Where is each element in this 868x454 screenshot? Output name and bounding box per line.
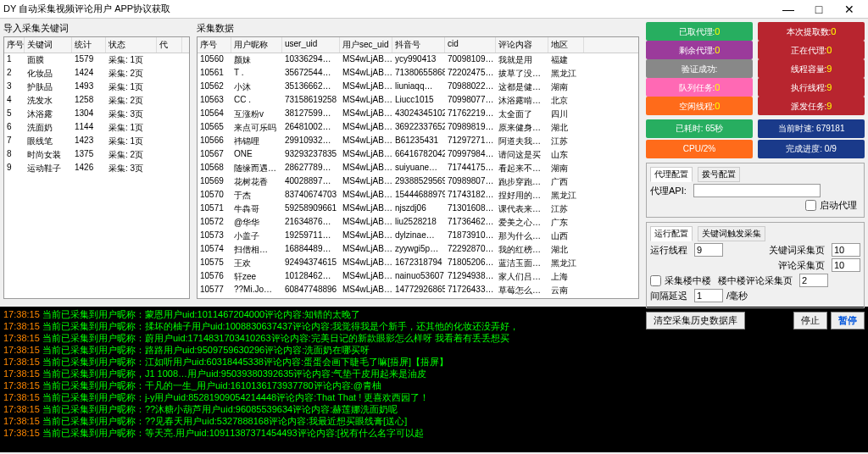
delay-label: 间隔延迟	[650, 290, 687, 302]
enable-proxy-label: 启动代理	[820, 199, 857, 212]
maximize-button[interactable]: □	[804, 3, 834, 16]
table-row[interactable]: 4洗发水1258采集: 2页	[4, 94, 189, 108]
col-header[interactable]: 序号	[198, 37, 231, 53]
pause-button[interactable]: 暂停	[831, 312, 865, 329]
table-row[interactable]: 10562小沐35136662…MS4wLjAB…liuniaqq…709880…	[198, 80, 638, 94]
col-header[interactable]: cid	[445, 37, 496, 53]
delay-input[interactable]	[694, 289, 723, 302]
table-row[interactable]: 8时尚女装1375采集: 2页	[4, 148, 189, 162]
keywords-grid[interactable]: 序号关键词统计状态代 1面膜1579采集: 1页2化妆品1424采集: 2页3护…	[3, 36, 190, 299]
col-header[interactable]: 用户sec_uid	[340, 37, 392, 53]
status-box: 线程容量:9	[758, 59, 865, 78]
table-row[interactable]: 10570于杰83740674703MS4wLjAB…1544468897971…	[198, 189, 638, 202]
floor-label: 采集楼中楼	[665, 274, 711, 287]
table-row[interactable]: 10567ONE93293237835MS4wLjAB…664167820427…	[198, 148, 638, 162]
clear-history-button[interactable]: 清空采集历史数据库	[646, 312, 745, 329]
table-row[interactable]: 10577??Mi.Jo…60847748896MS4wLjAB…1477292…	[198, 284, 638, 297]
table-row[interactable]: 10572@华华21634876…MS4wLjAB…liu25282187173…	[198, 216, 638, 230]
col-header[interactable]: 用户昵称	[231, 37, 282, 53]
proxy-api-label: 代理API:	[650, 185, 687, 197]
cpu-box: CPU/2%	[646, 140, 753, 158]
col-header[interactable]: user_uid	[282, 37, 340, 53]
table-row[interactable]: 2化妆品1424采集: 2页	[4, 67, 189, 80]
table-row[interactable]: 7眼线笔1423采集: 1页	[4, 135, 189, 148]
tab-proxy[interactable]: 代理配置	[650, 167, 693, 182]
table-row[interactable]: 3护肤品1493采集: 1页	[4, 80, 189, 94]
status-box: 验证成功:	[646, 59, 753, 78]
data-title: 采集数据	[197, 22, 639, 35]
col-header[interactable]: 地区	[548, 37, 584, 53]
table-row[interactable]: 10560颜妹10336294…MS4wLjAB…ycy990413700981…	[198, 53, 638, 67]
floor-checkbox[interactable]	[650, 275, 661, 286]
minimize-button[interactable]: —	[773, 3, 804, 16]
data-grid[interactable]: 序号用户昵称user_uid用户sec_uid抖音号cid评论内容地区 1056…	[197, 36, 639, 299]
table-row[interactable]: 10565来点可乐吗26481002…MS4wLjAB…369223376527…	[198, 121, 638, 135]
table-row[interactable]: 10569花树花香40028897…MS4wLjAB…2938852956970…	[198, 175, 638, 189]
threads-label: 运行线程	[650, 244, 687, 257]
floor-pages-label: 楼中楼评论采集页	[718, 274, 793, 287]
cm-pages-label: 评论采集页	[778, 259, 825, 272]
keywords-title: 导入采集关键词	[3, 22, 190, 35]
kw-pages-label: 关键词采集页	[769, 244, 825, 257]
table-row[interactable]: 10571牛犇哥59258909661MS4wLjAB…njszdj067130…	[198, 202, 638, 216]
close-button[interactable]: ✕	[834, 3, 865, 16]
table-row[interactable]: 5沐浴露1304采集: 3页	[4, 108, 189, 121]
proxy-config: 代理配置 拨号配置 代理API: 启动代理	[646, 163, 865, 218]
table-row[interactable]: 10561T .35672544…MS4wLjAB…71380655868722…	[198, 67, 638, 80]
table-row[interactable]: 1面膜1579采集: 1页	[4, 53, 189, 67]
status-box: 空闲线程:0	[646, 97, 753, 115]
table-row[interactable]: 10574扫僧相…16884489…MS4wLjAB…zyywgi5p…7229…	[198, 243, 638, 257]
status-box: 已取代理:0	[646, 22, 753, 41]
status-box: 剩余代理:0	[646, 41, 753, 59]
now-speed-box: 当前时速: 679181	[758, 119, 865, 138]
titlebar: DY 自动采集视频评论用户 APP协议获取 — □ ✕	[0, 0, 868, 19]
col-header[interactable]: 评论内容	[496, 37, 548, 53]
run-config: 运行配置 关键词触发采集 运行线程 关键词采集页 评论采集页 采集楼中楼 楼中楼…	[646, 222, 865, 308]
col-header[interactable]: 统计	[72, 37, 106, 53]
table-row[interactable]: 10566祎锦哩29910932…MS4wLjAB…B6123543171297…	[198, 135, 638, 148]
table-row[interactable]: 10578火腿长不…30606529…MS4wLjAB…923815659197…	[198, 297, 638, 299]
data-pane: 采集数据 序号用户昵称user_uid用户sec_uid抖音号cid评论内容地区…	[193, 19, 643, 307]
status-box: 队列任务:0	[646, 78, 753, 97]
right-pane: 已取代理:0本次提取数:0剩余代理:0正在代理:0验证成功:线程容量:9队列任务…	[643, 19, 868, 307]
status-box: 本次提取数:0	[758, 22, 865, 41]
table-row[interactable]: 10576轩zee10128462…MS4wLjAB…nainuo5360771…	[198, 270, 638, 284]
delay-unit: /毫秒	[726, 290, 748, 302]
table-row[interactable]: 10563CC .73158619258MS4wLjAB…Liucc101570…	[198, 94, 638, 108]
cm-pages-input[interactable]	[832, 258, 860, 272]
table-row[interactable]: 9运动鞋子1426采集: 3页	[4, 162, 189, 175]
status-box: 派发任务:9	[758, 97, 865, 115]
col-header[interactable]: 序号	[4, 37, 25, 53]
table-row[interactable]: 6洗面奶1144采集: 1页	[4, 121, 189, 135]
col-header[interactable]: 状态	[106, 37, 157, 53]
window-title: DY 自动采集视频评论用户 APP协议获取	[3, 3, 773, 15]
proxy-api-input[interactable]	[693, 184, 821, 197]
table-row[interactable]: 10564互涨粉v38127599…MS4wLjAB…4302434510271…	[198, 108, 638, 121]
col-header[interactable]: 代	[157, 37, 182, 53]
status-box: 正在代理:0	[758, 41, 865, 59]
keywords-pane: 导入采集关键词 序号关键词统计状态代 1面膜1579采集: 1页2化妆品1424…	[0, 19, 193, 307]
elapsed-box: 已耗时: 65秒	[646, 119, 753, 138]
stop-button[interactable]: 停止	[793, 312, 827, 329]
col-header[interactable]: 关键词	[25, 37, 72, 53]
col-header[interactable]: 抖音号	[392, 37, 445, 53]
progress-box: 完成进度: 0/9	[758, 140, 865, 158]
table-row[interactable]: 10573小盖子19259711…MS4wLjAB…dylzinae…71873…	[198, 230, 638, 243]
table-row[interactable]: 10575王欢92494374615MS4wLjAB…1672318794718…	[198, 257, 638, 270]
enable-proxy-checkbox[interactable]	[805, 200, 816, 211]
tab-run[interactable]: 运行配置	[650, 226, 693, 241]
kw-pages-input[interactable]	[832, 243, 860, 257]
table-row[interactable]: 10568随缘而遇…28627789…MS4wLjAB…suiyuane…717…	[198, 162, 638, 175]
status-box: 执行线程:9	[758, 78, 865, 97]
floor-pages-input[interactable]	[799, 274, 828, 287]
tab-kw-trigger[interactable]: 关键词触发采集	[698, 226, 765, 241]
threads-input[interactable]	[694, 243, 723, 257]
tab-dial[interactable]: 拨号配置	[698, 167, 740, 182]
